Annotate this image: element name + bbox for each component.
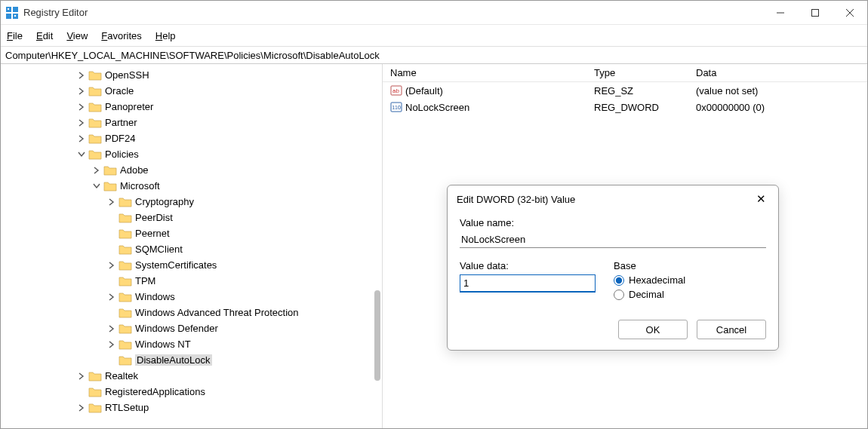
svg-rect-2 [6, 14, 11, 19]
tree-node[interactable]: Microsoft [1, 178, 382, 194]
value-row[interactable]: ab(Default)REG_SZ(value not set) [383, 82, 867, 99]
tree-node[interactable]: DisableAutoLock [1, 352, 382, 368]
folder-icon [103, 181, 117, 192]
edit-dword-dialog: Edit DWORD (32-bit) Value ✕ Value name: … [447, 185, 779, 351]
tree-node[interactable]: Windows [1, 289, 382, 305]
tree-node[interactable]: Partner [1, 115, 382, 130]
tree-node-label: Peernet [135, 228, 170, 239]
tree-scrollbar[interactable] [374, 290, 380, 381]
tree-node-label: OpenSSH [105, 69, 149, 81]
col-type-header[interactable]: Type [586, 67, 688, 78]
maximize-button[interactable] [798, 1, 833, 24]
dialog-title: Edit DWORD (32-bit) Value [457, 194, 575, 205]
minimize-button[interactable] [763, 1, 798, 24]
svg-text:110: 110 [392, 105, 401, 110]
value-data: 0x00000000 (0) [688, 102, 867, 113]
tree-node-label: Adobe [120, 164, 149, 176]
tree-node[interactable]: Adobe [1, 162, 382, 178]
folder-icon [119, 308, 132, 318]
tree-node-label: Policies [105, 149, 139, 160]
reg-dword-icon: 110 [390, 101, 402, 113]
col-name-header[interactable]: Name [383, 67, 586, 78]
tree-node[interactable]: PeerDist [1, 210, 382, 225]
menu-favorites[interactable]: Favorites [101, 30, 141, 41]
close-button[interactable] [833, 1, 867, 24]
tree-node-label: PDF24 [105, 133, 135, 144]
radio-hexadecimal[interactable]: Hexadecimal [614, 274, 685, 286]
tree-node[interactable]: RTLSetup [1, 400, 382, 415]
tree-node-label: Windows Advanced Threat Protection [135, 307, 299, 318]
tree-node[interactable]: Policies [1, 146, 382, 162]
folder-icon [88, 133, 102, 144]
chevron-right-icon[interactable] [76, 102, 87, 112]
chevron-down-icon[interactable] [76, 149, 87, 160]
tree-node[interactable]: Panopreter [1, 99, 382, 115]
radio-dec-input[interactable] [614, 290, 624, 300]
folder-icon [119, 292, 132, 302]
folder-icon [88, 387, 102, 397]
value-data-input[interactable] [460, 274, 596, 293]
chevron-right-icon[interactable] [106, 292, 117, 302]
chevron-right-icon[interactable] [91, 165, 102, 176]
tree-node-label: Windows NT [135, 339, 191, 350]
cancel-button[interactable]: Cancel [697, 320, 766, 339]
tree-node-label: Oracle [105, 85, 134, 97]
tree-node[interactable]: Cryptography [1, 194, 382, 210]
tree-node-label: Cryptography [135, 196, 194, 207]
chevron-right-icon[interactable] [106, 339, 117, 350]
menu-help[interactable]: Help [155, 30, 176, 41]
chevron-right-icon[interactable] [76, 70, 87, 81]
chevron-right-icon[interactable] [76, 403, 87, 413]
dialog-close-button[interactable]: ✕ [753, 191, 769, 207]
tree-node-label: Windows Defender [135, 323, 218, 334]
menu-file[interactable]: File [7, 30, 23, 41]
menu-edit[interactable]: Edit [36, 30, 53, 41]
chevron-right-icon[interactable] [106, 323, 117, 334]
value-name-label: Value name: [460, 217, 766, 228]
value-row[interactable]: 110NoLockScreenREG_DWORD0x00000000 (0) [383, 99, 867, 115]
tree-node[interactable]: Oracle [1, 83, 382, 99]
value-name: (Default) [405, 85, 443, 97]
tree-node-label: SystemCertificates [135, 259, 217, 271]
tree-node[interactable]: Realtek [1, 368, 382, 384]
window-title: Registry Editor [23, 7, 88, 18]
tree-node[interactable]: Windows Defender [1, 320, 382, 336]
tree-node[interactable]: RegisteredApplications [1, 384, 382, 400]
chevron-right-icon[interactable] [76, 371, 87, 382]
values-header: Name Type Data [383, 64, 867, 82]
chevron-right-icon[interactable] [106, 197, 117, 207]
chevron-down-icon[interactable] [91, 181, 102, 192]
tree-node[interactable]: Peernet [1, 225, 382, 241]
app-icon [5, 6, 19, 20]
value-name: NoLockScreen [405, 102, 469, 113]
tree-node-label: SQMClient [135, 244, 183, 255]
tree-node[interactable]: TPM [1, 273, 382, 289]
tree-node[interactable]: Windows NT [1, 336, 382, 352]
col-data-header[interactable]: Data [688, 67, 867, 78]
folder-icon [88, 86, 102, 97]
tree-node[interactable]: OpenSSH [1, 67, 382, 83]
tree-panel: OpenSSHOraclePanopreterPartnerPDF24Polic… [1, 64, 383, 428]
chevron-right-icon[interactable] [106, 260, 117, 271]
ok-button[interactable]: OK [618, 320, 688, 339]
chevron-right-icon[interactable] [76, 86, 87, 97]
value-type: REG_DWORD [586, 102, 688, 113]
svg-point-4 [8, 8, 9, 9]
folder-icon [88, 149, 102, 160]
chevron-right-icon[interactable] [76, 133, 87, 144]
tree-node[interactable]: SystemCertificates [1, 257, 382, 273]
chevron-right-icon[interactable] [76, 118, 87, 128]
folder-icon [119, 260, 132, 271]
address-bar[interactable]: Computer\HKEY_LOCAL_MACHINE\SOFTWARE\Pol… [1, 46, 867, 64]
tree-node[interactable]: Windows Advanced Threat Protection [1, 305, 382, 320]
tree-node-label: Realtek [105, 370, 138, 382]
tree-node-label: Panopreter [105, 101, 153, 112]
radio-decimal[interactable]: Decimal [614, 289, 685, 300]
menu-view[interactable]: View [66, 30, 88, 41]
tree-node-label: Microsoft [120, 180, 160, 192]
folder-icon [119, 228, 132, 239]
radio-hex-input[interactable] [614, 275, 624, 286]
tree-node[interactable]: PDF24 [1, 130, 382, 146]
svg-rect-7 [812, 9, 819, 16]
tree-node[interactable]: SQMClient [1, 241, 382, 257]
